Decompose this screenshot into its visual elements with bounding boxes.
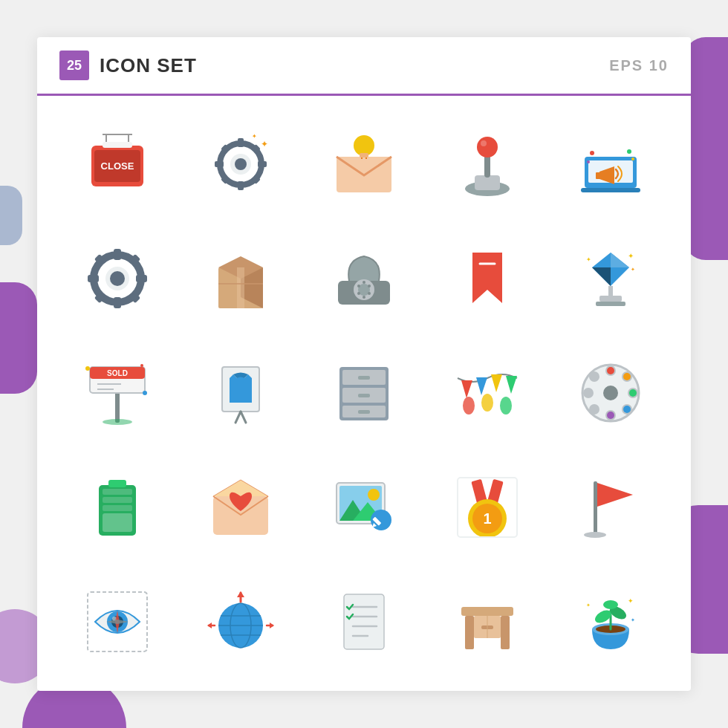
- svg-text:CLOSE: CLOSE: [101, 160, 134, 172]
- svg-rect-121: [103, 513, 132, 532]
- icon-eye-compass: [77, 581, 158, 663]
- icon-tshirt-display: [200, 352, 282, 434]
- svg-point-28: [477, 137, 498, 157]
- svg-line-89: [241, 412, 246, 423]
- svg-point-82: [103, 419, 132, 425]
- svg-point-85: [140, 364, 143, 367]
- icon-cell-plant-bowl: ✦ ✦ ✦: [553, 568, 669, 675]
- svg-text:✦: ✦: [628, 597, 634, 605]
- icon-cell-tshirt-display: [183, 339, 299, 446]
- svg-point-61: [363, 296, 365, 299]
- page-title: ICON SET: [100, 54, 609, 77]
- svg-point-58: [363, 281, 365, 284]
- svg-rect-94: [358, 394, 370, 397]
- svg-rect-67: [596, 302, 625, 306]
- svg-marker-159: [270, 623, 274, 628]
- icon-cell-drawers: [306, 339, 422, 446]
- svg-rect-13: [258, 161, 267, 167]
- icon-bookmark: [446, 238, 528, 319]
- icon-desk-drawer: [446, 581, 528, 663]
- svg-rect-53: [237, 267, 244, 308]
- icon-checklist: [323, 581, 405, 663]
- svg-rect-1: [103, 142, 132, 148]
- icon-diamond-trophy: ✦ ✦ ✦: [570, 238, 651, 319]
- icon-cell-megaphone-laptop: [553, 111, 669, 218]
- icon-battery: [77, 467, 158, 548]
- svg-rect-160: [344, 594, 384, 649]
- header: 25 ICON SET EPS 10: [37, 37, 691, 96]
- svg-line-88: [235, 412, 241, 423]
- icon-cell-checklist: [306, 568, 422, 675]
- svg-point-102: [481, 394, 493, 412]
- svg-text:✦: ✦: [631, 267, 635, 272]
- svg-rect-75: [115, 389, 120, 423]
- icon-medal: 1: [446, 467, 528, 548]
- svg-rect-34: [596, 172, 602, 179]
- icon-flag: [570, 467, 651, 548]
- svg-marker-97: [461, 380, 472, 398]
- svg-point-59: [368, 285, 371, 287]
- svg-marker-70: [611, 253, 629, 267]
- svg-text:✦: ✦: [631, 617, 635, 623]
- icon-cell-film-reel: [553, 339, 669, 446]
- svg-point-118: [607, 412, 614, 419]
- icon-bunting: [446, 352, 528, 434]
- svg-rect-124: [103, 505, 132, 511]
- icon-cell-close-sign: CLOSE: [59, 111, 175, 218]
- svg-text:✦: ✦: [586, 602, 591, 608]
- svg-marker-157: [207, 623, 212, 628]
- svg-rect-92: [358, 376, 370, 380]
- svg-rect-11: [238, 181, 244, 190]
- svg-rect-96: [358, 410, 370, 414]
- svg-rect-166: [461, 607, 513, 616]
- svg-text:✦: ✦: [628, 252, 634, 260]
- svg-point-117: [623, 406, 631, 413]
- svg-marker-71: [592, 267, 611, 286]
- svg-text:✦: ✦: [586, 256, 591, 263]
- svg-rect-168: [501, 616, 510, 649]
- svg-rect-167: [465, 616, 474, 649]
- icon-cell-medal: 1: [429, 454, 545, 561]
- svg-point-142: [584, 532, 606, 538]
- svg-point-110: [589, 371, 599, 382]
- svg-rect-42: [114, 249, 121, 260]
- icon-cell-photo-edit: [306, 454, 422, 561]
- svg-marker-98: [476, 377, 487, 395]
- icon-megaphone-laptop: [570, 123, 651, 205]
- svg-point-177: [603, 600, 618, 609]
- icon-photo-edit: [323, 467, 405, 548]
- svg-point-101: [463, 397, 475, 415]
- icon-count-badge: 25: [59, 51, 89, 80]
- svg-rect-32: [581, 188, 640, 192]
- svg-rect-122: [103, 489, 132, 495]
- svg-point-9: [235, 158, 247, 170]
- svg-point-114: [607, 367, 614, 374]
- svg-point-29: [481, 140, 487, 146]
- icon-globe-arrows: [200, 581, 282, 663]
- svg-marker-141: [597, 483, 633, 507]
- svg-point-41: [110, 271, 125, 286]
- svg-rect-120: [108, 480, 126, 487]
- svg-point-116: [629, 389, 637, 397]
- icon-cell-eye-compass: [59, 568, 175, 675]
- icon-joystick: [446, 123, 528, 205]
- icon-cell-battery: [59, 454, 175, 561]
- svg-point-105: [603, 386, 618, 400]
- svg-point-130: [368, 489, 380, 501]
- svg-marker-155: [237, 591, 244, 597]
- svg-text:1: 1: [483, 510, 491, 527]
- svg-marker-99: [491, 374, 502, 392]
- icon-cell-joystick: [429, 111, 545, 218]
- svg-rect-43: [114, 297, 121, 308]
- icon-drawers: [323, 352, 405, 434]
- svg-point-62: [357, 292, 360, 295]
- svg-point-83: [85, 366, 90, 371]
- icon-box: [200, 238, 282, 319]
- svg-point-112: [589, 404, 599, 415]
- icon-cell-gear: [59, 225, 175, 332]
- svg-point-60: [368, 292, 371, 295]
- main-card: 25 ICON SET EPS 10 CLOSE: [37, 37, 691, 691]
- svg-rect-44: [88, 275, 99, 282]
- svg-rect-10: [238, 138, 244, 147]
- icon-sold-sign: SOLD: [77, 352, 158, 434]
